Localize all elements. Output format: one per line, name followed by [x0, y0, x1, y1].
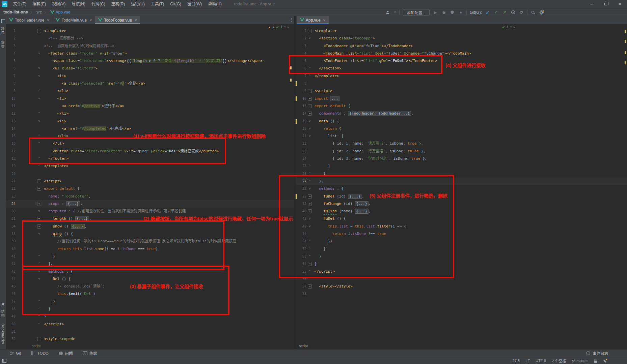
fold-marker[interactable]: ^ [37, 134, 41, 138]
fold-marker[interactable]: ^ [37, 307, 41, 311]
lock-icon[interactable] [594, 359, 597, 363]
fold-marker[interactable]: − [308, 262, 312, 266]
menubar-item[interactable]: 代码(C) [88, 0, 108, 8]
git-branch-widget[interactable]: master [572, 359, 588, 363]
tool-window-button-Bookmarks[interactable]: Bookmarks [1, 324, 5, 344]
fold-marker[interactable]: ^ [308, 179, 312, 183]
editor-pane-left[interactable]: TodoHeader.vue×TodoMain.vue×TodoFooter.v… [6, 16, 294, 349]
fold-marker[interactable]: v [308, 127, 312, 131]
git-update-icon[interactable]: ↙ [485, 10, 490, 15]
caret-position[interactable]: 27:5 [513, 359, 520, 363]
debug-icon[interactable] [441, 10, 446, 15]
fold-marker[interactable]: ^ [37, 262, 41, 266]
fold-marker[interactable]: − [308, 89, 312, 93]
fold-marker[interactable]: ^ [37, 157, 41, 161]
menubar-item[interactable]: 重构(R) [108, 0, 128, 8]
fold-marker[interactable]: ^ [308, 254, 312, 259]
tab-close-icon[interactable]: × [47, 18, 49, 23]
tab-close-icon[interactable]: × [135, 18, 137, 23]
prev-issue-icon[interactable]: ^ [284, 26, 285, 29]
editor-tab-todofooter-vue[interactable]: TodoFooter.vue× [95, 16, 140, 24]
editor-pane-right[interactable]: App.vue× ✔1 ^ v 1−<template>2v <section … [296, 16, 627, 349]
fold-marker[interactable]: v [308, 134, 312, 138]
tool-window-button-提交[interactable]: 提交 [0, 41, 5, 49]
tool-window-terminal[interactable]: 终端 [83, 351, 97, 356]
breadcrumb-tag[interactable]: script [32, 344, 40, 348]
indent-setting[interactable]: 2 个空格 [552, 358, 566, 363]
fold-marker[interactable]: v [37, 52, 41, 56]
tool-window-problems[interactable]: 问题 [59, 351, 73, 356]
event-log-button[interactable]: 事件日志 [586, 351, 608, 356]
menubar-item[interactable]: 文件(F) [10, 0, 29, 8]
fold-marker[interactable]: ^ [308, 172, 312, 176]
fold-marker[interactable]: + [37, 202, 41, 206]
fold-marker[interactable]: ^ [37, 142, 41, 146]
menubar-item[interactable]: 窗口(W) [184, 0, 205, 8]
project-tool-icon[interactable] [1, 19, 5, 23]
tool-window-todo[interactable]: TODO [31, 351, 49, 355]
fold-marker[interactable]: + [37, 224, 41, 229]
tool-window-button-结构[interactable]: 结构 [0, 310, 5, 317]
error-stripe-mark[interactable] [625, 51, 626, 54]
fold-marker[interactable]: + [308, 97, 312, 101]
fold-marker[interactable]: ^ [308, 164, 312, 168]
fold-marker[interactable]: ^ [37, 254, 41, 259]
fold-marker[interactable]: v [37, 270, 41, 274]
coverage-icon[interactable] [449, 10, 455, 15]
bookmark-icon[interactable] [1, 302, 4, 306]
fold-marker[interactable]: v [37, 209, 41, 213]
breadcrumb-project[interactable]: todo-list-one [3, 10, 28, 14]
code-editor-app[interactable]: 1−<template>2v <section class="todoapp">… [296, 24, 627, 342]
stop-icon[interactable]: ■ [458, 10, 463, 15]
git-push-icon[interactable]: ↗ [502, 10, 507, 15]
fold-marker[interactable]: v [37, 232, 41, 236]
add-configuration-button[interactable]: 添加配置... [403, 9, 430, 16]
fold-marker[interactable]: ^ [37, 112, 41, 116]
breadcrumb-folder[interactable]: src [36, 10, 42, 14]
tab-close-icon[interactable]: × [89, 18, 92, 23]
run-icon[interactable]: ▶ [433, 10, 438, 15]
fold-marker[interactable]: − [37, 179, 41, 183]
fold-marker[interactable]: − [37, 187, 41, 191]
fold-marker[interactable]: ^ [308, 66, 312, 70]
error-stripe-mark[interactable] [290, 66, 292, 69]
tool-window-toggle-icon[interactable] [2, 359, 6, 363]
more-options-icon[interactable]: ⋮ [289, 17, 294, 22]
fold-marker[interactable]: v [308, 217, 312, 221]
menubar-item[interactable]: Git(G) [167, 0, 184, 8]
tool-window-button-项目[interactable]: 项目 [0, 27, 5, 35]
rollback-icon[interactable]: ↺ [519, 10, 524, 15]
fold-marker[interactable]: − [37, 337, 41, 341]
error-stripe-mark[interactable] [625, 61, 626, 64]
git-commit-check-icon[interactable]: ✓ [493, 10, 499, 15]
fold-marker[interactable]: v [37, 277, 41, 281]
tab-close-icon[interactable]: × [323, 18, 326, 23]
fold-marker[interactable]: − [37, 29, 41, 33]
history-clock-icon[interactable] [510, 10, 516, 15]
fold-marker[interactable]: v [308, 119, 312, 123]
next-issue-icon[interactable]: v [513, 26, 515, 29]
fold-marker[interactable]: ^ [308, 74, 312, 78]
user-profile-icon[interactable] [385, 10, 390, 15]
fold-marker[interactable]: ^ [37, 164, 41, 168]
fold-marker[interactable]: + [308, 202, 312, 206]
breadcrumb-file[interactable]: App.vue [50, 10, 71, 14]
fold-marker[interactable]: ^ [308, 270, 312, 274]
fold-marker[interactable]: v [308, 187, 312, 191]
fold-marker[interactable]: − [308, 104, 312, 108]
code-editor-todofooter[interactable]: 1−<template>2 <!-- 底部部分 -->3<!-- 当数组长度为0… [6, 24, 294, 342]
breadcrumb-tag[interactable]: script [299, 344, 308, 348]
restore-button[interactable] [599, 0, 613, 8]
fold-marker[interactable]: ^ [308, 247, 312, 251]
settings-gear-icon[interactable] [539, 10, 544, 15]
search-icon[interactable] [530, 10, 536, 15]
inspections-widget[interactable]: ✔1 ^ v [502, 25, 515, 29]
fold-marker[interactable]: v [37, 119, 41, 123]
menubar-item[interactable]: 视图(V) [49, 0, 69, 8]
prev-issue-icon[interactable]: ^ [510, 26, 512, 29]
menubar-item[interactable]: 工具(T) [148, 0, 167, 8]
fold-marker[interactable]: + [37, 217, 41, 221]
fold-marker[interactable]: v [37, 66, 41, 70]
fold-marker[interactable]: + [308, 209, 312, 213]
tool-window-git[interactable]: Git [10, 351, 21, 356]
